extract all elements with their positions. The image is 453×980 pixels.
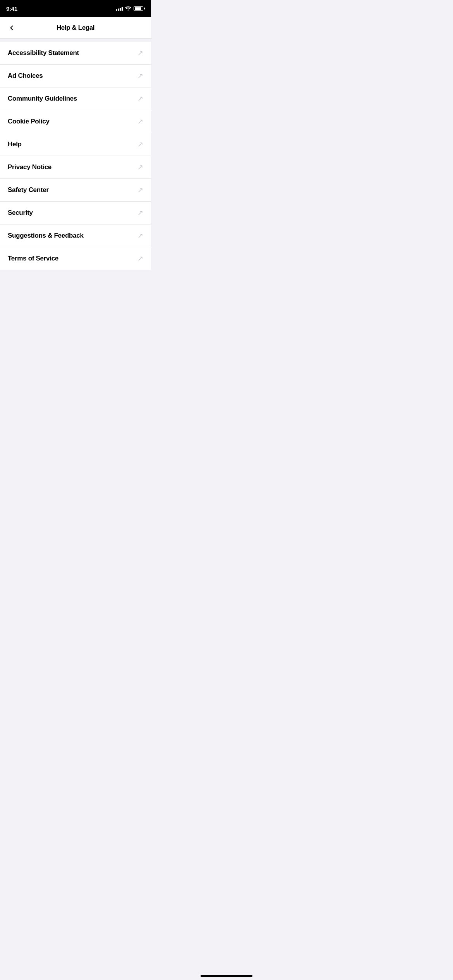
list-item-security[interactable]: Security ↗ xyxy=(0,202,151,224)
list-item-label: Cookie Policy xyxy=(8,118,50,125)
wifi-icon xyxy=(125,5,131,12)
list-item-label: Suggestions & Feedback xyxy=(8,232,84,240)
list-item-suggestions-feedback[interactable]: Suggestions & Feedback ↗ xyxy=(0,224,151,247)
external-link-icon: ↗ xyxy=(137,186,143,194)
battery-icon xyxy=(134,6,143,11)
list-item-community-guidelines[interactable]: Community Guidelines ↗ xyxy=(0,87,151,110)
external-link-icon: ↗ xyxy=(137,163,143,171)
back-button[interactable] xyxy=(6,22,17,33)
list-item-accessibility-statement[interactable]: Accessibility Statement ↗ xyxy=(0,42,151,65)
external-link-icon: ↗ xyxy=(137,117,143,126)
external-link-icon: ↗ xyxy=(137,209,143,217)
list-item-label: Accessibility Statement xyxy=(8,49,79,57)
external-link-icon: ↗ xyxy=(137,94,143,103)
external-link-icon: ↗ xyxy=(137,49,143,57)
back-chevron-icon xyxy=(8,24,15,32)
list-item-label: Ad Choices xyxy=(8,72,43,80)
list-item-cookie-policy[interactable]: Cookie Policy ↗ xyxy=(0,110,151,133)
external-link-icon: ↗ xyxy=(137,140,143,149)
page-title: Help & Legal xyxy=(57,24,94,32)
list-item-help[interactable]: Help ↗ xyxy=(0,133,151,156)
list-item-ad-choices[interactable]: Ad Choices ↗ xyxy=(0,65,151,87)
list-item-safety-center[interactable]: Safety Center ↗ xyxy=(0,179,151,202)
nav-header: Help & Legal xyxy=(0,17,151,39)
external-link-icon: ↗ xyxy=(137,72,143,80)
list-item-label: Privacy Notice xyxy=(8,163,51,171)
menu-list: Accessibility Statement ↗ Ad Choices ↗ C… xyxy=(0,42,151,270)
list-item-terms-of-service[interactable]: Terms of Service ↗ xyxy=(0,247,151,270)
external-link-icon: ↗ xyxy=(137,254,143,263)
list-item-privacy-notice[interactable]: Privacy Notice ↗ xyxy=(0,156,151,179)
status-bar: 9:41 xyxy=(0,0,151,17)
signal-bars-icon xyxy=(116,6,123,11)
list-item-label: Community Guidelines xyxy=(8,95,77,103)
list-item-label: Terms of Service xyxy=(8,255,58,262)
list-item-label: Security xyxy=(8,209,33,217)
status-time: 9:41 xyxy=(6,5,17,12)
status-icons xyxy=(116,5,143,12)
list-item-label: Safety Center xyxy=(8,186,49,194)
external-link-icon: ↗ xyxy=(137,231,143,240)
list-item-label: Help xyxy=(8,140,22,148)
